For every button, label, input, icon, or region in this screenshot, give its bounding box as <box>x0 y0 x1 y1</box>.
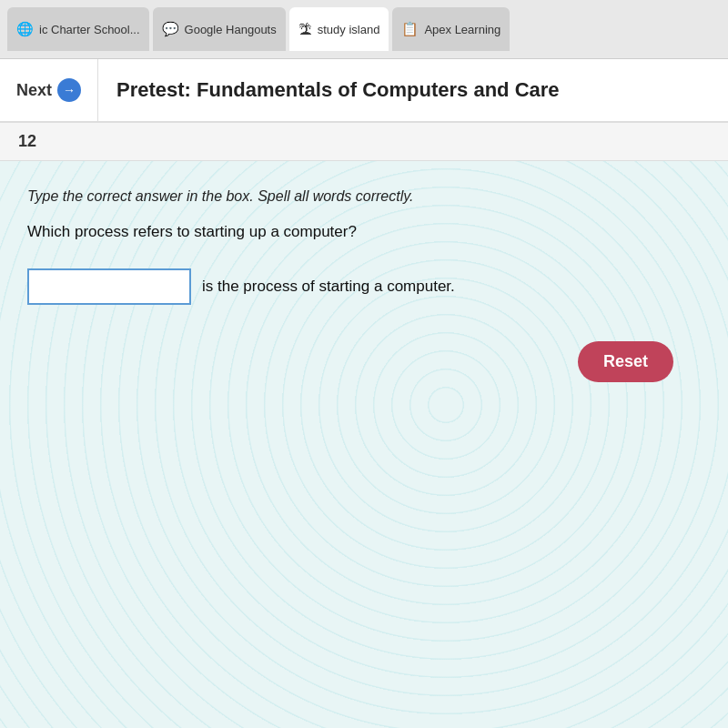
studyisland-icon: 🏝 <box>298 22 312 37</box>
content-area: 12 Type the correct answer in the box. S… <box>0 123 728 728</box>
next-arrow-icon: → <box>57 78 81 102</box>
nav-bar: Next → Pretest: Fundamentals of Computer… <box>0 59 728 123</box>
answer-suffix: is the process of starting a computer. <box>202 278 455 296</box>
question-number: 12 <box>18 132 36 150</box>
next-label: Next <box>16 81 52 100</box>
next-button[interactable]: Next → <box>0 59 98 121</box>
answer-row: is the process of starting a computer. <box>27 268 701 305</box>
apexlearning-icon: 📋 <box>401 21 419 37</box>
tab-apexlearning[interactable]: 📋 Apex Learning <box>392 7 510 51</box>
tab-bar: 🌐 ic Charter School... 💬 Google Hangouts… <box>0 0 728 59</box>
question-text: Which process refers to starting up a co… <box>27 223 701 241</box>
tab-hangouts[interactable]: 💬 Google Hangouts <box>153 7 286 51</box>
instruction-text: Type the correct answer in the box. Spel… <box>27 188 701 205</box>
page-title: Pretest: Fundamentals of Computers and C… <box>98 78 728 102</box>
question-number-bar: 12 <box>0 123 728 161</box>
tab-studyisland-label: study island <box>318 23 380 36</box>
tab-charter-label: ic Charter School... <box>39 23 140 36</box>
reset-button[interactable]: Reset <box>578 341 673 382</box>
charter-icon: 🌐 <box>16 21 34 37</box>
tab-charter[interactable]: 🌐 ic Charter School... <box>7 7 149 51</box>
question-body: Type the correct answer in the box. Spel… <box>0 161 728 400</box>
answer-input[interactable] <box>27 268 191 305</box>
tab-apexlearning-label: Apex Learning <box>424 23 500 36</box>
hangouts-icon: 💬 <box>162 21 179 37</box>
tab-hangouts-label: Google Hangouts <box>185 23 277 36</box>
tab-studyisland[interactable]: 🏝 study island <box>289 7 389 51</box>
